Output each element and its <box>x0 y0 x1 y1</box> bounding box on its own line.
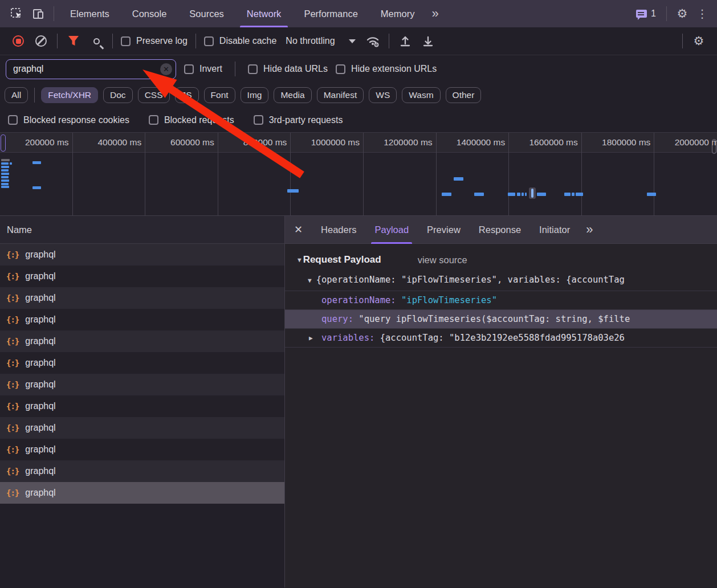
filter-funnel-icon[interactable] <box>65 32 82 50</box>
tab-payload[interactable]: Payload <box>365 216 418 244</box>
request-row[interactable]: {:}graphql <box>0 395 284 417</box>
record-stop-icon[interactable] <box>10 32 27 50</box>
request-row[interactable]: {:}graphql <box>0 482 284 504</box>
timeline-right-handle[interactable] <box>712 139 716 154</box>
name-column-header[interactable]: Name <box>0 216 284 244</box>
export-har-icon[interactable] <box>419 32 437 50</box>
tab-response[interactable]: Response <box>470 216 530 244</box>
checkbox-box[interactable] <box>8 115 18 125</box>
request-type-chips: All Fetch/XHR Doc CSS JS Font Img Media … <box>0 83 717 108</box>
expand-triangle-icon[interactable]: ▼ <box>308 277 312 284</box>
network-panels: Name {:}graphql {:}graphql {:}graphql {:… <box>0 216 717 587</box>
more-tabs-icon[interactable]: » <box>426 6 443 21</box>
tab-network[interactable]: Network <box>235 0 293 27</box>
tab-preview[interactable]: Preview <box>418 216 470 244</box>
payload-row-variables[interactable]: ▶ variables: {accountTag: "b12e3b2192ee5… <box>285 328 717 347</box>
clear-network-log-icon[interactable] <box>32 32 50 50</box>
chip-js[interactable]: JS <box>175 87 199 103</box>
timeline-left-handle[interactable] <box>1 134 6 152</box>
disable-cache-checkbox[interactable]: Disable cache <box>204 36 277 46</box>
tab-headers[interactable]: Headers <box>312 216 365 244</box>
payload-key: variables: <box>321 333 374 343</box>
network-conditions-icon[interactable] <box>364 32 381 50</box>
checkbox-box[interactable] <box>149 115 158 125</box>
search-icon[interactable] <box>88 32 105 50</box>
issues-counter[interactable]: 1 <box>636 9 656 19</box>
tab-sources[interactable]: Sources <box>178 0 235 27</box>
request-row[interactable]: {:}graphql <box>0 374 284 395</box>
checkbox-box[interactable] <box>204 36 214 46</box>
request-name: graphql <box>25 401 55 411</box>
chip-fetch-xhr[interactable]: Fetch/XHR <box>41 87 98 103</box>
chip-doc[interactable]: Doc <box>103 87 133 103</box>
chip-ws[interactable]: WS <box>369 87 397 103</box>
timeline-bar <box>287 189 299 193</box>
checkbox-box[interactable] <box>254 115 263 125</box>
filter-input[interactable] <box>6 59 176 79</box>
request-row[interactable]: {:}graphql <box>0 244 284 266</box>
request-name: graphql <box>25 250 55 260</box>
json-braces-icon: {:} <box>6 488 19 497</box>
blocked-requests-checkbox[interactable]: Blocked requests <box>149 115 234 125</box>
checkbox-box[interactable] <box>184 64 194 74</box>
requests-rows: {:}graphql {:}graphql {:}graphql {:}grap… <box>0 244 284 504</box>
tab-performance[interactable]: Performance <box>292 0 369 27</box>
hide-extension-urls-checkbox[interactable]: Hide extension URLs <box>336 64 437 74</box>
timeline-bar <box>525 193 527 196</box>
payload-row-query[interactable]: query: "query ipFlowTimeseries($accountT… <box>285 309 717 328</box>
chip-other[interactable]: Other <box>446 87 482 103</box>
json-braces-icon: {:} <box>6 250 19 259</box>
third-party-requests-checkbox[interactable]: 3rd-party requests <box>254 115 343 125</box>
payload-root-node[interactable]: ▼{operationName: "ipFlowTimeseries", var… <box>285 271 717 291</box>
timeline-bar <box>522 193 524 196</box>
checkbox-box[interactable] <box>121 36 131 46</box>
network-overview-timeline[interactable]: 200000 ms400000 ms600000 ms800000 ms1000… <box>0 132 717 216</box>
request-row[interactable]: {:}graphql <box>0 330 284 352</box>
request-name: graphql <box>25 293 55 303</box>
request-row[interactable]: {:}graphql <box>0 287 284 309</box>
request-row[interactable]: {:}graphql <box>0 417 284 439</box>
request-payload-section[interactable]: ▼ Request Payload view source <box>285 251 717 271</box>
chip-css[interactable]: CSS <box>138 87 170 103</box>
clear-filter-icon[interactable]: ✕ <box>160 63 172 75</box>
invert-checkbox[interactable]: Invert <box>184 64 222 74</box>
payload-row-operationname[interactable]: operationName: "ipFlowTimeseries" <box>285 291 717 309</box>
view-source-link[interactable]: view source <box>418 255 467 266</box>
import-har-icon[interactable] <box>397 32 414 50</box>
request-row[interactable]: {:}graphql <box>0 460 284 482</box>
divider <box>389 34 389 48</box>
json-braces-icon: {:} <box>6 402 19 411</box>
timeline-bar <box>1 162 9 165</box>
chip-img[interactable]: Img <box>241 87 269 103</box>
expand-triangle-icon[interactable]: ▼ <box>298 256 302 264</box>
chip-font[interactable]: Font <box>204 87 235 103</box>
device-toolbar-icon[interactable] <box>30 5 47 22</box>
request-row[interactable]: {:}graphql <box>0 439 284 460</box>
chip-wasm[interactable]: Wasm <box>402 87 440 103</box>
preserve-log-checkbox[interactable]: Preserve log <box>121 36 188 46</box>
expand-triangle-icon[interactable]: ▶ <box>309 329 313 347</box>
timeline-bar <box>474 193 484 196</box>
network-settings-gear-icon[interactable]: ⚙ <box>690 32 707 50</box>
blocked-response-cookies-checkbox[interactable]: Blocked response cookies <box>8 115 129 125</box>
kebab-menu-icon[interactable]: ⋮ <box>693 7 711 21</box>
settings-gear-icon[interactable]: ⚙ <box>674 5 691 22</box>
tab-elements[interactable]: Elements <box>59 0 121 27</box>
chip-media[interactable]: Media <box>274 87 311 103</box>
checkbox-box[interactable] <box>248 64 258 74</box>
request-name: graphql <box>25 315 55 325</box>
inspect-element-icon[interactable] <box>8 5 25 22</box>
chip-all[interactable]: All <box>5 87 28 103</box>
tab-memory[interactable]: Memory <box>369 0 426 27</box>
hide-data-urls-checkbox[interactable]: Hide data URLs <box>248 64 328 74</box>
close-detail-icon[interactable]: ✕ <box>294 223 303 236</box>
request-row[interactable]: {:}graphql <box>0 266 284 287</box>
tab-initiator[interactable]: Initiator <box>530 216 579 244</box>
request-row[interactable]: {:}graphql <box>0 309 284 330</box>
request-row[interactable]: {:}graphql <box>0 352 284 374</box>
tab-console[interactable]: Console <box>121 0 178 27</box>
throttling-dropdown[interactable]: No throttling <box>286 36 355 46</box>
checkbox-box[interactable] <box>336 64 345 74</box>
more-detail-tabs-icon[interactable]: » <box>579 222 598 237</box>
chip-manifest[interactable]: Manifest <box>317 87 364 103</box>
